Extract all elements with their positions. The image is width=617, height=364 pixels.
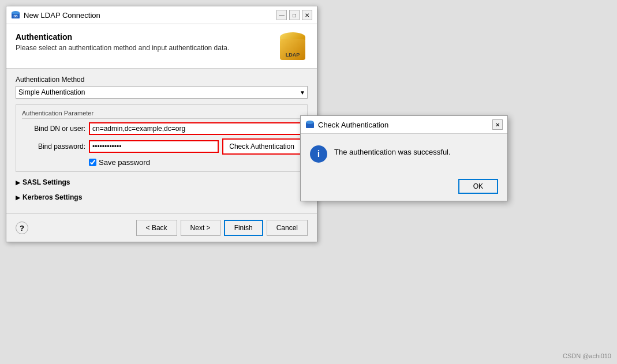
- dialog-content: i The authentication was successful.: [301, 134, 507, 174]
- dialog-titlebar: Check Authentication ✕: [301, 116, 507, 134]
- svg-point-4: [306, 121, 314, 124]
- sasl-label: SASL Settings: [23, 178, 70, 186]
- kerberos-section: ▶ Kerberos Settings: [16, 192, 308, 203]
- window-controls: — □ ✕: [276, 10, 312, 20]
- auth-method-select-wrapper: Simple Authentication ▼: [16, 86, 308, 99]
- dialog-message: The authentication was successful.: [334, 145, 451, 156]
- next-button[interactable]: Next >: [181, 220, 220, 236]
- wizard-header-text: Authentication Please select an authenti…: [16, 32, 229, 52]
- sasl-section: ▶ SASL Settings: [16, 177, 308, 188]
- sasl-arrow-icon: ▶: [16, 179, 20, 186]
- bind-password-row: Bind password: Check Authentication: [22, 138, 301, 155]
- auth-method-select[interactable]: Simple Authentication: [16, 86, 308, 99]
- wizard-content: Authentication Method Simple Authenticat…: [6, 69, 317, 213]
- watermark: CSDN @achi010: [563, 352, 611, 359]
- auth-method-label: Authentication Method: [16, 76, 308, 84]
- dialog-close-button[interactable]: ✕: [492, 119, 503, 130]
- app-icon: DB: [11, 10, 20, 20]
- dialog-title-left: Check Authentication: [305, 120, 388, 129]
- finish-button[interactable]: Finish: [224, 220, 263, 236]
- save-password-row: Save password: [89, 158, 301, 167]
- wizard-titlebar: DB New LDAP Connection — □ ✕: [6, 6, 317, 24]
- wizard-header: Authentication Please select an authenti…: [6, 24, 317, 69]
- check-auth-dialog: Check Authentication ✕ i The authenticat…: [300, 115, 508, 201]
- close-window-button[interactable]: ✕: [302, 10, 312, 20]
- dialog-title: Check Authentication: [318, 121, 388, 129]
- footer-buttons: < Back Next > Finish Cancel: [136, 220, 308, 236]
- auth-method-section: Authentication Method Simple Authenticat…: [16, 76, 308, 99]
- wizard-footer: ? < Back Next > Finish Cancel: [6, 213, 317, 242]
- dialog-app-icon: [305, 120, 315, 129]
- wizard-window: DB New LDAP Connection — □ ✕ Authenticat…: [6, 6, 317, 242]
- kerberos-label: Kerberos Settings: [23, 193, 82, 201]
- bind-dn-label: Bind DN or user:: [22, 125, 85, 133]
- save-password-checkbox[interactable]: [89, 159, 96, 166]
- title-left: DB New LDAP Connection: [11, 10, 100, 20]
- dialog-footer: OK: [301, 174, 507, 201]
- info-icon: i: [310, 145, 327, 163]
- maximize-button[interactable]: □: [289, 10, 300, 20]
- help-button[interactable]: ?: [16, 222, 28, 234]
- ldap-icon: LDAP: [280, 32, 308, 60]
- ok-button[interactable]: OK: [458, 179, 498, 194]
- save-password-label: Save password: [99, 158, 150, 167]
- bind-password-input[interactable]: [89, 140, 219, 153]
- auth-param-title: Authentication Parameter: [22, 110, 301, 119]
- bind-password-label: Bind password:: [22, 142, 85, 151]
- check-auth-button[interactable]: Check Authentication: [222, 138, 301, 155]
- kerberos-expand-header[interactable]: ▶ Kerberos Settings: [16, 192, 308, 203]
- ldap-icon-label: LDAP: [280, 52, 305, 58]
- bind-dn-row: Bind DN or user:: [22, 122, 301, 135]
- wizard-header-title: Authentication: [16, 32, 229, 42]
- back-button[interactable]: < Back: [136, 220, 177, 236]
- sasl-expand-header[interactable]: ▶ SASL Settings: [16, 177, 308, 188]
- bind-dn-input[interactable]: [89, 122, 301, 135]
- svg-text:DB: DB: [13, 14, 18, 18]
- minimize-button[interactable]: —: [276, 10, 287, 20]
- cancel-button[interactable]: Cancel: [267, 220, 308, 236]
- kerberos-arrow-icon: ▶: [16, 194, 20, 201]
- wizard-title: New LDAP Connection: [24, 11, 100, 20]
- footer-left: ?: [16, 222, 28, 234]
- auth-param-section: Authentication Parameter Bind DN or user…: [16, 104, 308, 172]
- wizard-header-description: Please select an authentication method a…: [16, 44, 229, 52]
